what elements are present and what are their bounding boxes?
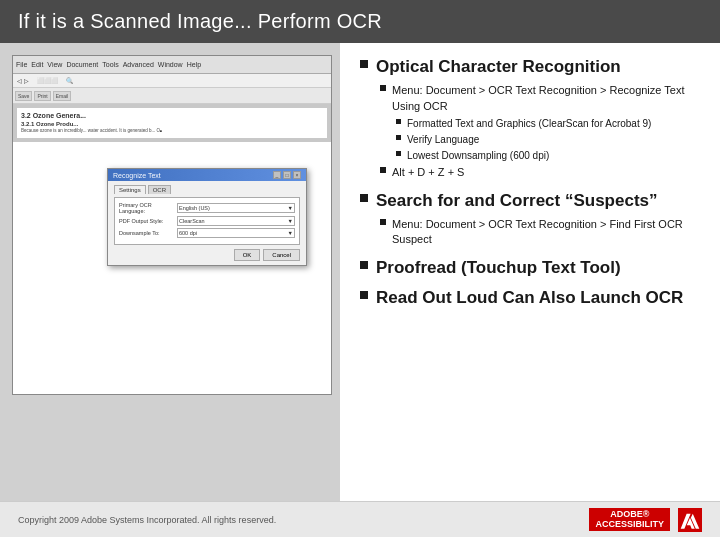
chevron-down-icon-3: ▼ bbox=[288, 230, 293, 236]
dialog-maximize-btn[interactable]: □ bbox=[283, 171, 291, 179]
dialog-titlebar: Recognize Text _ □ × bbox=[108, 169, 306, 181]
dialog-row-dpi: Downsample To: 600 dpi ▼ bbox=[119, 228, 295, 238]
search-main-bullet: Search for and Correct “Suspects” bbox=[360, 191, 700, 211]
toolbar-text-6: Advanced bbox=[123, 61, 154, 68]
dialog-tab-ocr[interactable]: OCR bbox=[148, 185, 171, 194]
readout-main-text: Read Out Loud Can Also Launch OCR bbox=[376, 288, 683, 308]
adobe-logo-svg bbox=[680, 510, 700, 530]
readout-section: Read Out Loud Can Also Launch OCR bbox=[360, 288, 700, 308]
footer: Copyright 2009 Adobe Systems Incorporate… bbox=[0, 501, 720, 537]
tool-3: Email bbox=[53, 91, 72, 101]
ocr-bullet-square bbox=[360, 60, 368, 68]
dialog-minimize-btn[interactable]: _ bbox=[273, 171, 281, 179]
chevron-down-icon: ▼ bbox=[288, 205, 293, 211]
main-content: File Edit View Document Tools Advanced W… bbox=[0, 43, 720, 501]
dialog-buttons: OK Cancel bbox=[114, 249, 300, 261]
ocr-subsub-bullet-3 bbox=[396, 151, 401, 156]
search-sub-menu-text: Menu: Document > OCR Text Recognition > … bbox=[392, 217, 700, 248]
ocr-section: Optical Character Recognition Menu: Docu… bbox=[360, 57, 700, 181]
ocr-sub-menu-text: Menu: Document > OCR Text Recognition > … bbox=[392, 83, 700, 114]
ocr-sub-shortcut-text: Alt + D + Z + S bbox=[392, 165, 464, 180]
screen-toolbar2: Save Print Email bbox=[13, 88, 331, 104]
toolbar-text-8: Help bbox=[187, 61, 201, 68]
proofread-main-bullet: Proofread (Touchup Text Tool) bbox=[360, 258, 700, 278]
ocr-main-bullet: Optical Character Recognition bbox=[360, 57, 700, 77]
dialog-title: Recognize Text bbox=[113, 172, 161, 179]
right-panel: Optical Character Recognition Menu: Docu… bbox=[340, 43, 720, 501]
ocr-subsub-3: Lowest Downsampling (600 dpi) bbox=[360, 149, 700, 163]
dialog-tab-settings[interactable]: Settings bbox=[114, 185, 146, 194]
dialog-cancel-button[interactable]: Cancel bbox=[263, 249, 300, 261]
adobe-logo bbox=[678, 508, 702, 532]
footer-right: ADOBE® ACCESSIBILITY bbox=[589, 508, 702, 532]
proofread-section: Proofread (Touchup Text Tool) bbox=[360, 258, 700, 278]
ocr-subsub-text-3: Lowest Downsampling (600 dpi) bbox=[407, 149, 549, 163]
dialog-label-dpi: Downsample To: bbox=[119, 230, 174, 236]
doc-text: Because ozone is an incredibly... water … bbox=[21, 128, 323, 134]
dialog-close-btn[interactable]: × bbox=[293, 171, 301, 179]
dialog-tabs: Settings OCR bbox=[114, 185, 300, 194]
toolbar-text-3: View bbox=[47, 61, 62, 68]
ocr-subsub-2: Verify Language bbox=[360, 133, 700, 147]
proofread-bullet-square bbox=[360, 261, 368, 269]
ocr-subsub-bullet-2 bbox=[396, 135, 401, 140]
ocr-subsub-bullet-1 bbox=[396, 119, 401, 124]
ocr-sub-bullet-2 bbox=[380, 167, 386, 173]
search-sub-bullet bbox=[380, 219, 386, 225]
search-bullet-square bbox=[360, 194, 368, 202]
doc-area: 3.2 Ozone Genera... 3.2.1 Ozone Produ...… bbox=[13, 104, 331, 142]
toolbar-text-7: Window bbox=[158, 61, 183, 68]
ocr-sub-bullet-1 bbox=[380, 85, 386, 91]
dialog-row-language: Primary OCR Language: English (US) ▼ bbox=[119, 202, 295, 214]
readout-main-bullet: Read Out Loud Can Also Launch OCR bbox=[360, 288, 700, 308]
toolbar-text-5: Tools bbox=[102, 61, 118, 68]
doc-sub: 3.2.1 Ozone Produ... bbox=[21, 121, 323, 127]
dialog-select-dpi[interactable]: 600 dpi ▼ bbox=[177, 228, 295, 238]
tool-2: Print bbox=[34, 91, 50, 101]
header: If it is a Scanned Image... Perform OCR bbox=[0, 0, 720, 43]
menu-icon-3: 🔍 bbox=[66, 77, 73, 84]
dialog-select-style[interactable]: ClearScan ▼ bbox=[177, 216, 295, 226]
search-section: Search for and Correct “Suspects” Menu: … bbox=[360, 191, 700, 248]
dialog-label-style: PDF Output Style: bbox=[119, 218, 174, 224]
proofread-main-text: Proofread (Touchup Text Tool) bbox=[376, 258, 621, 278]
toolbar-text-4: Document bbox=[66, 61, 98, 68]
screen-menubar: ◁ ▷ ⬜⬜⬜ 🔍 bbox=[13, 74, 331, 88]
footer-copyright: Copyright 2009 Adobe Systems Incorporate… bbox=[18, 515, 276, 525]
ocr-sub-shortcut: Alt + D + Z + S bbox=[360, 165, 700, 180]
dialog-content: Primary OCR Language: English (US) ▼ PDF… bbox=[114, 197, 300, 245]
ocr-sub-menu: Menu: Document > OCR Text Recognition > … bbox=[360, 83, 700, 114]
menu-icon-1: ◁ ▷ bbox=[17, 77, 29, 84]
dialog-titlebar-buttons: _ □ × bbox=[273, 171, 301, 179]
dialog-label-language: Primary OCR Language: bbox=[119, 202, 174, 214]
screen-mock: File Edit View Document Tools Advanced W… bbox=[12, 55, 332, 395]
readout-bullet-square bbox=[360, 291, 368, 299]
search-main-text: Search for and Correct “Suspects” bbox=[376, 191, 658, 211]
adobe-badge-line2: ACCESSIBILITY bbox=[595, 520, 664, 530]
search-sub-menu: Menu: Document > OCR Text Recognition > … bbox=[360, 217, 700, 248]
dialog-select-language[interactable]: English (US) ▼ bbox=[177, 203, 295, 213]
ocr-main-text: Optical Character Recognition bbox=[376, 57, 621, 77]
doc-page: 3.2 Ozone Genera... 3.2.1 Ozone Produ...… bbox=[17, 108, 327, 138]
screen-toolbar: File Edit View Document Tools Advanced W… bbox=[13, 56, 331, 74]
toolbar-text-2: Edit bbox=[31, 61, 43, 68]
chevron-down-icon-2: ▼ bbox=[288, 218, 293, 224]
ocr-subsub-1: Formatted Text and Graphics (ClearScan f… bbox=[360, 117, 700, 131]
ocr-dialog: Recognize Text _ □ × Settings OCR bbox=[107, 168, 307, 266]
tool-1: Save bbox=[15, 91, 32, 101]
dialog-body: Settings OCR Primary OCR Language: Engli… bbox=[108, 181, 306, 265]
ocr-subsub-text-1: Formatted Text and Graphics (ClearScan f… bbox=[407, 117, 651, 131]
dialog-ok-button[interactable]: OK bbox=[234, 249, 261, 261]
adobe-badge: ADOBE® ACCESSIBILITY bbox=[589, 508, 670, 532]
ocr-subsub-text-2: Verify Language bbox=[407, 133, 479, 147]
menu-icon-2: ⬜⬜⬜ bbox=[37, 77, 58, 84]
left-panel: File Edit View Document Tools Advanced W… bbox=[0, 43, 340, 501]
doc-heading: 3.2 Ozone Genera... bbox=[21, 112, 323, 119]
toolbar-text-1: File bbox=[16, 61, 27, 68]
dialog-row-style: PDF Output Style: ClearScan ▼ bbox=[119, 216, 295, 226]
page-title: If it is a Scanned Image... Perform OCR bbox=[18, 10, 382, 33]
